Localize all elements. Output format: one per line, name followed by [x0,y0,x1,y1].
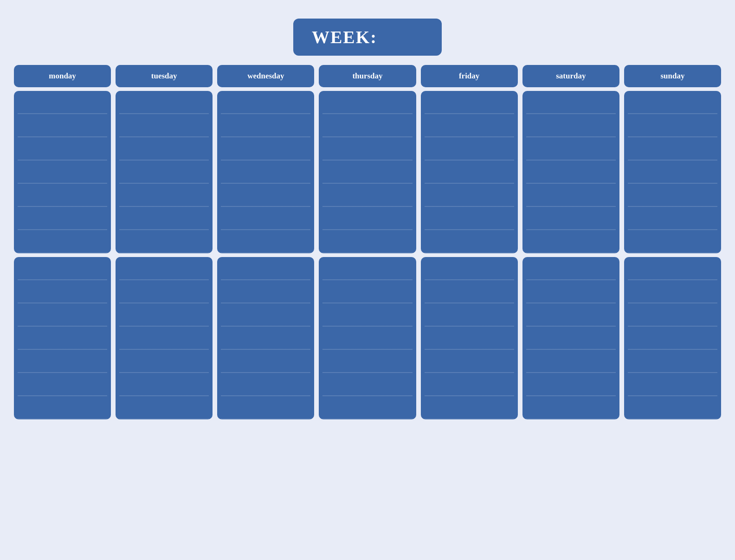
calendar-row-1 [14,91,721,253]
days-header-row: monday tuesday wednesday thursday friday… [14,65,721,87]
cell-row2-saturday[interactable] [522,257,619,419]
calendar-row-2 [14,257,721,419]
day-header-monday: monday [14,65,111,87]
cell-row1-thursday[interactable] [319,91,416,253]
week-title-container: WEEK: [293,19,442,56]
cell-row2-monday[interactable] [14,257,111,419]
page-container: WEEK: monday tuesday wednesday thursday … [9,9,726,419]
cell-row1-friday[interactable] [421,91,518,253]
cell-row2-wednesday[interactable] [217,257,314,419]
cell-row1-sunday[interactable] [624,91,721,253]
cell-row2-thursday[interactable] [319,257,416,419]
cell-row1-wednesday[interactable] [217,91,314,253]
day-header-tuesday: tuesday [116,65,213,87]
cell-row2-sunday[interactable] [624,257,721,419]
week-title: WEEK: [312,27,377,47]
cell-row1-monday[interactable] [14,91,111,253]
cell-row1-saturday[interactable] [522,91,619,253]
day-header-friday: friday [421,65,518,87]
calendar-grid: monday tuesday wednesday thursday friday… [9,65,726,419]
day-header-wednesday: wednesday [217,65,314,87]
cell-row2-tuesday[interactable] [116,257,213,419]
day-header-sunday: sunday [624,65,721,87]
cell-row2-friday[interactable] [421,257,518,419]
cell-row1-tuesday[interactable] [116,91,213,253]
day-header-thursday: thursday [319,65,416,87]
day-header-saturday: saturday [522,65,619,87]
calendar-body [14,91,721,419]
